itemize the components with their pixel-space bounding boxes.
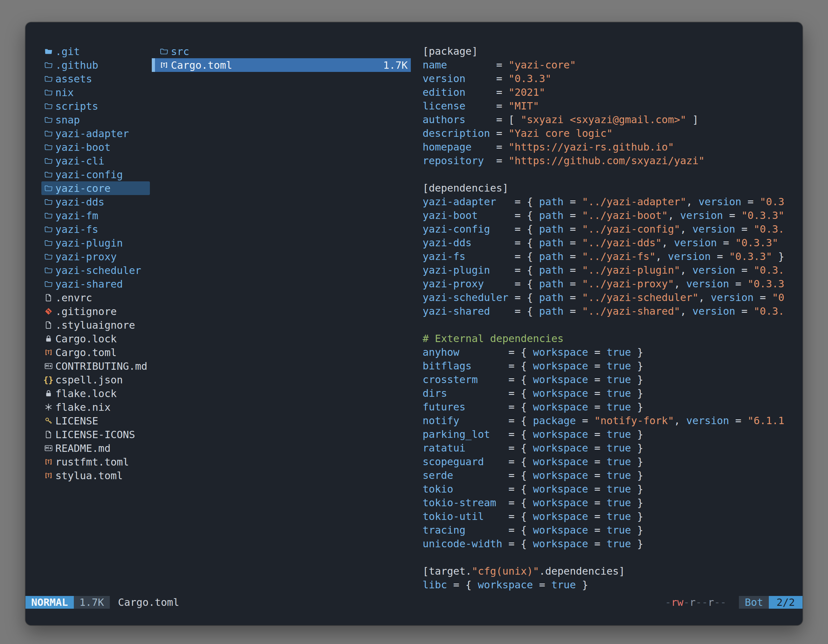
folder-icon <box>42 184 54 193</box>
file-name: flake.lock <box>55 387 117 400</box>
file-name: yazi-fs <box>55 223 98 235</box>
toml-icon <box>42 471 54 480</box>
folder-icon <box>42 74 54 83</box>
file-row-src[interactable]: src <box>152 45 411 58</box>
preview-line: authors = [ "sxyazi <sxyazi@gmail.com>" … <box>423 113 787 127</box>
git-icon <box>42 307 54 316</box>
file-row-yazi-config[interactable]: yazi-config <box>41 168 150 181</box>
file-row-scripts[interactable]: scripts <box>41 99 150 113</box>
permissions: -rw-r--r-- <box>665 596 726 609</box>
preview-line <box>423 318 787 332</box>
preview-line: yazi-dds = { path = "../yazi-dds", versi… <box>423 236 787 250</box>
file-name: yazi-config <box>55 169 123 181</box>
preview-line: repository = "https://github.com/sxyazi/… <box>423 154 787 168</box>
folder-icon <box>42 170 54 179</box>
file-row-yazi-fs[interactable]: yazi-fs <box>41 223 150 236</box>
toml-icon <box>158 61 169 69</box>
file-row-yazi-plugin[interactable]: yazi-plugin <box>41 236 150 250</box>
file-row-yazi-core[interactable]: yazi-core <box>41 181 150 195</box>
file-row-yazi-dds[interactable]: yazi-dds <box>41 195 150 209</box>
folder-icon <box>42 211 54 220</box>
file-row-yazi-scheduler[interactable]: yazi-scheduler <box>41 263 150 277</box>
file-row-gitignore[interactable]: .gitignore <box>41 304 150 318</box>
file-row-rustfmt-toml[interactable]: rustfmt.toml <box>41 455 150 469</box>
folder-icon <box>42 157 54 165</box>
file-row-nix[interactable]: nix <box>41 86 150 99</box>
file-row-cargo-lock[interactable]: Cargo.lock <box>41 332 150 346</box>
file-row-yazi-proxy[interactable]: yazi-proxy <box>41 250 150 263</box>
file-name: nix <box>55 86 74 99</box>
file-row-cargo-toml[interactable]: Cargo.toml <box>41 346 150 359</box>
file-name: .gitignore <box>55 306 117 318</box>
terminal-window: .git.githubassetsnixscriptssnapyazi-adap… <box>25 22 803 625</box>
file-name: CONTRIBUTING.md <box>55 360 147 372</box>
file-row-yazi-adapter[interactable]: yazi-adapter <box>41 127 150 140</box>
file-name: stylua.toml <box>55 470 123 482</box>
file-name: yazi-adapter <box>55 128 129 140</box>
file-name: yazi-scheduler <box>55 265 141 276</box>
current-panel: srcCargo.toml1.7K <box>152 45 411 596</box>
file-name: yazi-dds <box>55 196 104 208</box>
preview-line: [target."cfg(unix)".dependencies] <box>423 564 787 578</box>
preview-line: libc = { workspace = true } <box>423 578 787 592</box>
file-row-cspell-json[interactable]: {}cspell.json <box>41 373 150 387</box>
preview-line: yazi-config = { path = "../yazi-config",… <box>423 223 787 236</box>
file-row-git[interactable]: .git <box>41 45 150 58</box>
preview-line <box>423 168 787 181</box>
statusbar-filename: Cargo.toml <box>118 596 179 609</box>
parent-panel: .git.githubassetsnixscriptssnapyazi-adap… <box>41 45 150 596</box>
file-row-readme-md[interactable]: README.md <box>41 441 150 455</box>
folder-icon <box>42 102 54 110</box>
position-badge: Bot <box>739 596 769 609</box>
preview-line: yazi-adapter = { path = "../yazi-adapter… <box>423 195 787 209</box>
position-counter: 2/2 <box>769 596 803 609</box>
file-row-contributing-md[interactable]: CONTRIBUTING.md <box>41 359 150 373</box>
preview-line: homepage = "https://yazi-rs.github.io" <box>423 140 787 154</box>
folder-icon <box>42 266 54 274</box>
file-row-yazi-cli[interactable]: yazi-cli <box>41 154 150 168</box>
file-row-envrc[interactable]: .envrc <box>41 291 150 304</box>
file-size: 1.7K <box>383 59 408 71</box>
file-row-yazi-boot[interactable]: yazi-boot <box>41 140 150 154</box>
file-name: yazi-shared <box>55 278 123 290</box>
file-row-license[interactable]: LICENSE <box>41 414 150 428</box>
file-row-github[interactable]: .github <box>41 58 150 72</box>
file-row-license-icons[interactable]: LICENSE-ICONS <box>41 428 150 441</box>
folder-icon <box>42 252 54 261</box>
preview-line: futures = { workspace = true } <box>423 400 787 414</box>
perm-segment: -- <box>714 596 726 608</box>
preview-line: ratatui = { workspace = true } <box>423 441 787 455</box>
json-icon: {} <box>42 376 54 384</box>
preview-line: description = "Yazi core logic" <box>423 127 787 140</box>
file-row-snap[interactable]: snap <box>41 113 150 127</box>
file-row-flake-lock[interactable]: flake.lock <box>41 387 150 400</box>
preview-line: dirs = { workspace = true } <box>423 387 787 400</box>
file-name: LICENSE <box>55 415 98 427</box>
file-name: snap <box>55 114 80 126</box>
preview-line: [package] <box>423 45 787 58</box>
nix-icon <box>42 403 54 411</box>
file-icon <box>42 321 54 329</box>
folder-icon <box>42 143 54 152</box>
preview-line: name = "yazi-core" <box>423 58 787 72</box>
file-row-styluaignore[interactable]: .styluaignore <box>41 318 150 332</box>
preview-line: parking_lot = { workspace = true } <box>423 428 787 441</box>
preview-line: yazi-proxy = { path = "../yazi-proxy", v… <box>423 277 787 291</box>
preview-line <box>423 551 787 564</box>
file-name: README.md <box>55 442 110 454</box>
file-row-stylua-toml[interactable]: stylua.toml <box>41 469 150 483</box>
perm-segment: - <box>684 596 690 608</box>
file-row-yazi-fm[interactable]: yazi-fm <box>41 209 150 223</box>
file-name: yazi-fm <box>55 210 98 222</box>
file-row-cargo-toml[interactable]: Cargo.toml1.7K <box>152 58 411 72</box>
file-icon <box>42 430 54 439</box>
file-row-assets[interactable]: assets <box>41 72 150 86</box>
file-row-yazi-shared[interactable]: yazi-shared <box>41 277 150 291</box>
preview-line: serde = { workspace = true } <box>423 469 787 483</box>
file-name: .git <box>55 45 80 58</box>
file-row-flake-nix[interactable]: flake.nix <box>41 400 150 414</box>
md-icon <box>42 444 54 453</box>
git-folder-icon <box>42 47 54 56</box>
preview-line: crossterm = { workspace = true } <box>423 373 787 387</box>
folder-icon <box>42 88 54 97</box>
